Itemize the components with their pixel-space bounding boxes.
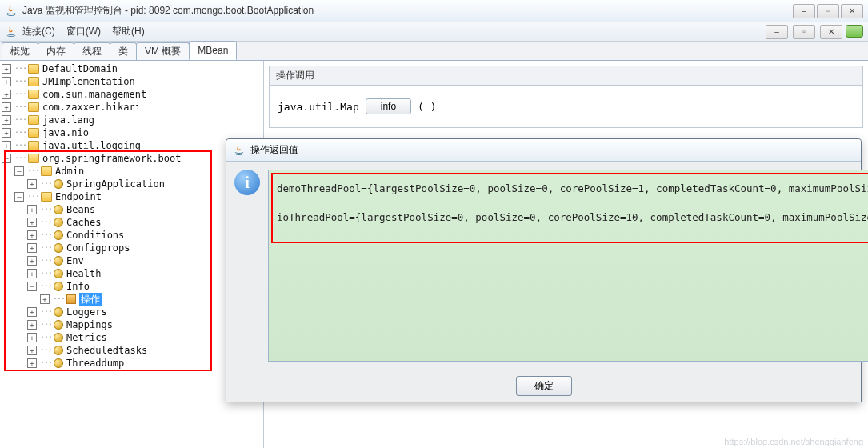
folder-icon [28,128,39,138]
java-icon [233,144,246,157]
mbean-tree-panel: +···DefaultDomain +···JMImplementation +… [0,61,264,448]
invoke-info-button[interactable]: info [366,98,411,114]
folder-icon [41,166,52,176]
tree-node[interactable]: +···Configprops [2,242,262,254]
tree-node[interactable]: +···Beans [2,203,262,216]
ok-button[interactable]: 确定 [516,376,572,396]
inner-restore-button[interactable]: ▫ [793,25,815,39]
bean-icon [54,282,63,291]
tree-node[interactable]: +···java.nio [2,126,262,139]
tab-overview[interactable]: 概览 [2,42,38,60]
tab-mbean[interactable]: MBean [189,41,237,60]
tab-threads[interactable]: 线程 [74,42,110,60]
bean-icon [54,243,63,253]
dialog-body: i demoThreadPool={largestPoolSize=0, poo… [226,162,861,370]
result-line-1: demoThreadPool={largestPoolSize=0, poolS… [277,182,868,196]
tree-node-spring-boot[interactable]: –···org.springframework.boot [2,152,262,165]
bean-icon [54,218,63,227]
bean-icon [54,320,63,330]
menu-connect[interactable]: 连接(C) [22,25,55,38]
tab-classes[interactable]: 类 [110,42,137,60]
menu-window[interactable]: 窗口(W) [66,25,101,38]
bean-icon [54,358,63,368]
bean-icon [54,269,63,278]
tree-node[interactable]: +···java.lang [2,114,262,126]
tree-node[interactable]: +···Threaddump [2,357,262,370]
tree-node[interactable]: +···com.sun.management [2,88,262,101]
close-button[interactable]: ✕ [841,4,863,18]
window-title: Java 监视和管理控制台 - pid: 8092 com.mongo.boot… [22,4,791,18]
tree-node[interactable]: +···Metrics [2,331,262,344]
operations-icon [66,294,76,304]
tree-node[interactable]: +···JMImplementation [2,75,262,88]
dialog-footer: 确定 [226,370,861,402]
folder-icon [28,102,39,112]
info-icon: i [234,170,260,195]
operation-return-type: java.util.Map [278,101,359,113]
bean-icon [54,205,63,214]
bean-icon [54,333,63,342]
operation-parens: ( ) [418,101,436,113]
tree-node[interactable]: +···SpringApplication [2,178,262,190]
tree-node-endpoint[interactable]: –···Endpoint [2,190,262,203]
tree-node[interactable]: +···java.util.logging [2,139,262,152]
minimize-button[interactable]: – [793,4,815,18]
folder-icon [28,154,39,163]
tab-vm-summary[interactable]: VM 概要 [136,42,190,60]
result-text-area[interactable]: demoThreadPool={largestPoolSize=0, poolS… [268,170,868,362]
bean-icon [54,179,63,189]
operation-call-header: 操作调用 [270,66,862,86]
tab-memory[interactable]: 内存 [38,42,74,60]
result-dialog: 操作返回值 i demoThreadPool={largestPoolSize=… [226,138,862,402]
tree-node[interactable]: +···Mappings [2,318,262,331]
java-icon [5,26,18,38]
java-icon [5,5,18,18]
inner-close-button[interactable]: ✕ [820,25,842,39]
tree-node[interactable]: +···Caches [2,216,262,229]
tree-node[interactable]: +···Scheduledtasks [2,344,262,357]
tree-node[interactable]: +···Loggers [2,306,262,318]
watermark: https://blog.csdn.net/shengqianfeng [724,437,863,446]
folder-icon [28,141,39,150]
result-line-2: ioThreadPool={largestPoolSize=0, poolSiz… [277,210,868,225]
folder-icon [41,192,52,202]
tree-node-info[interactable]: –···Info [2,280,262,293]
dialog-title: 操作返回值 [250,143,298,157]
inner-minimize-button[interactable]: – [766,25,788,39]
folder-icon [28,90,39,99]
maximize-button[interactable]: ▫ [817,4,839,18]
bean-icon [54,230,63,240]
tabs-bar: 概览 内存 线程 类 VM 概要 MBean [0,42,868,61]
tree-node[interactable]: +···Env [2,254,262,267]
tree-node-admin[interactable]: –···Admin [2,165,262,178]
bean-icon [54,346,63,355]
mbean-tree: +···DefaultDomain +···JMImplementation +… [0,61,263,371]
operation-call-body: java.util.Map info ( ) [270,86,862,127]
tree-node-operations[interactable]: +···操作 [2,293,262,306]
tree-node[interactable]: +···DefaultDomain [2,62,262,75]
folder-icon [28,115,39,125]
operation-call-box: 操作调用 java.util.Map info ( ) [269,66,863,128]
tree-node[interactable]: +···Health [2,267,262,280]
tree-node[interactable]: +···com.zaxxer.hikari [2,101,262,114]
dialog-title-bar[interactable]: 操作返回值 [226,139,861,162]
folder-icon [28,64,39,74]
window-title-bar: Java 监视和管理控制台 - pid: 8092 com.mongo.boot… [0,0,868,22]
tree-node[interactable]: +···Conditions [2,229,262,242]
bean-icon [54,256,63,266]
connect-indicator-icon [846,25,863,38]
menu-help[interactable]: 帮助(H) [112,25,145,38]
bean-icon [54,307,63,317]
menu-bar: 连接(C) 窗口(W) 帮助(H) – ▫ ✕ [0,22,868,42]
folder-icon [28,77,39,86]
